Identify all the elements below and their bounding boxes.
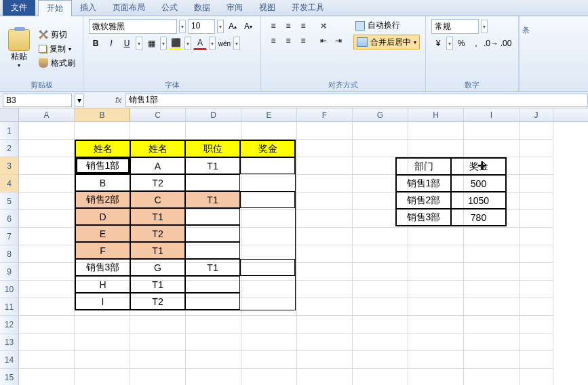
- copy-icon: [39, 45, 47, 53]
- align-center-button[interactable]: ≡: [281, 34, 295, 47]
- group-clipboard: 粘贴 ▾ 剪切 复制▾ 格式刷 剪贴板: [0, 16, 83, 92]
- wrap-icon: [355, 21, 365, 31]
- group-number: 常规 ¥ % , .0→ .00 数字: [426, 16, 519, 92]
- phonetic-dd[interactable]: [233, 37, 240, 50]
- decrease-indent-button[interactable]: ⇤: [317, 34, 330, 47]
- brush-icon: [39, 58, 48, 68]
- format-painter-button[interactable]: 格式刷: [37, 57, 77, 70]
- col-header-I[interactable]: I: [464, 108, 520, 121]
- fill-color-button[interactable]: ⬛: [169, 37, 182, 50]
- row-header-11[interactable]: 11: [0, 298, 19, 316]
- increase-font-button[interactable]: A▴: [226, 20, 239, 33]
- ribbon-truncated: 条: [519, 16, 532, 92]
- tab-developer[interactable]: 开发工具: [283, 0, 332, 16]
- font-size-dd[interactable]: [217, 20, 224, 33]
- tab-formulas[interactable]: 公式: [153, 0, 186, 16]
- font-name-dd[interactable]: [179, 20, 186, 33]
- currency-button[interactable]: ¥: [431, 37, 445, 50]
- spreadsheet-grid[interactable]: A B C D E F G H I J 12345678910111213141…: [0, 108, 588, 385]
- group-clipboard-title: 剪贴板: [5, 79, 77, 90]
- italic-button[interactable]: I: [104, 37, 118, 50]
- row-header-10[interactable]: 10: [0, 281, 19, 298]
- tab-review[interactable]: 审阅: [218, 0, 251, 16]
- col-header-J[interactable]: J: [520, 108, 553, 121]
- formula-input[interactable]: 销售1部: [125, 94, 588, 107]
- col-header-D[interactable]: D: [186, 108, 241, 121]
- tab-insert[interactable]: 插入: [72, 0, 104, 16]
- col-header-E[interactable]: E: [241, 108, 297, 121]
- underline-dd[interactable]: [136, 37, 142, 50]
- scissors-icon: [39, 30, 48, 39]
- number-format-dd[interactable]: [481, 20, 488, 33]
- copy-button[interactable]: 复制▾: [37, 43, 77, 56]
- row-header-5[interactable]: 5: [0, 192, 19, 210]
- paste-icon: [8, 29, 30, 51]
- align-right-button[interactable]: ≡: [296, 34, 310, 47]
- percent-button[interactable]: %: [454, 37, 468, 50]
- name-box-dd[interactable]: ▾: [75, 94, 84, 107]
- cut-button[interactable]: 剪切: [37, 28, 77, 41]
- merge-center-button[interactable]: 合并后居中▾: [353, 35, 420, 49]
- font-color-dd[interactable]: [209, 37, 216, 50]
- col-header-C[interactable]: C: [130, 108, 186, 121]
- row-header-7[interactable]: 7: [0, 228, 19, 245]
- tab-view[interactable]: 视图: [251, 0, 283, 16]
- group-align: ≡ ≡ ≡ ≡ ≡ ≡ ⤭ ⇤ ⇥ 自动换行: [261, 16, 426, 92]
- row-header-3[interactable]: 3: [0, 157, 19, 175]
- row-header-9[interactable]: 9: [0, 263, 19, 281]
- cells-area[interactable]: 姓名姓名职位奖金销售1部AT1BT2销售2部CT1DT1ET2FT1销售3部GT…: [19, 122, 588, 385]
- font-size-select[interactable]: 10: [188, 19, 215, 34]
- col-header-G[interactable]: G: [353, 108, 408, 121]
- underline-button[interactable]: U: [120, 37, 134, 50]
- group-font: 微软雅黑 10 A▴ A▾ B I U ▦ ⬛ A wén 字体: [83, 16, 261, 92]
- orientation-button[interactable]: ⤭: [317, 19, 330, 33]
- select-all-corner[interactable]: [0, 108, 19, 121]
- row-header-14[interactable]: 14: [0, 351, 19, 369]
- comma-button[interactable]: ,: [469, 37, 483, 50]
- borders-dd[interactable]: [160, 37, 167, 50]
- row-header-13[interactable]: 13: [0, 333, 19, 351]
- row-header-6[interactable]: 6: [0, 210, 19, 228]
- fx-icon[interactable]: fx: [115, 96, 121, 105]
- row-header-4[interactable]: 4: [0, 175, 19, 192]
- row-header-12[interactable]: 12: [0, 316, 19, 333]
- row-header-8[interactable]: 8: [0, 245, 19, 263]
- row-header-15[interactable]: 15: [0, 369, 19, 385]
- wrap-text-button[interactable]: 自动换行: [353, 19, 420, 32]
- align-bottom-button[interactable]: ≡: [296, 19, 310, 33]
- phonetic-button[interactable]: wén: [218, 37, 231, 50]
- tab-page-layout[interactable]: 页面布局: [104, 0, 153, 16]
- group-font-title: 字体: [89, 79, 255, 90]
- col-header-B[interactable]: B: [75, 108, 130, 121]
- number-format-select[interactable]: 常规: [431, 19, 479, 34]
- menu-bar: 文件 开始 插入 页面布局 公式 数据 审阅 视图 开发工具: [0, 0, 588, 16]
- group-number-title: 数字: [431, 79, 513, 90]
- decrease-font-button[interactable]: A▾: [241, 20, 255, 33]
- decrease-decimal-button[interactable]: .00: [499, 37, 513, 50]
- increase-decimal-button[interactable]: .0→: [484, 37, 498, 50]
- font-name-select[interactable]: 微软雅黑: [89, 19, 177, 34]
- file-menu[interactable]: 文件: [3, 0, 35, 16]
- tab-home[interactable]: 开始: [38, 0, 72, 16]
- align-left-button[interactable]: ≡: [267, 34, 280, 47]
- align-top-button[interactable]: ≡: [267, 19, 280, 33]
- formula-bar: B3 ▾ fx 销售1部: [0, 92, 588, 108]
- borders-button[interactable]: ▦: [144, 37, 158, 50]
- align-middle-button[interactable]: ≡: [281, 19, 295, 33]
- col-header-F[interactable]: F: [297, 108, 353, 121]
- col-header-A[interactable]: A: [19, 108, 75, 121]
- row-header-2[interactable]: 2: [0, 140, 19, 157]
- name-box[interactable]: B3: [3, 94, 72, 107]
- col-header-H[interactable]: H: [408, 108, 464, 121]
- tab-data[interactable]: 数据: [186, 0, 218, 16]
- font-color-button[interactable]: A: [193, 37, 207, 50]
- merge-icon: [357, 37, 368, 47]
- bold-button[interactable]: B: [89, 37, 102, 50]
- currency-dd[interactable]: [446, 37, 453, 50]
- paste-button[interactable]: 粘贴 ▾: [5, 19, 33, 79]
- column-headers: A B C D E F G H I J: [0, 108, 588, 122]
- paste-label: 粘贴: [11, 51, 27, 62]
- fill-color-dd[interactable]: [184, 37, 191, 50]
- row-header-1[interactable]: 1: [0, 122, 19, 140]
- increase-indent-button[interactable]: ⇥: [332, 34, 345, 47]
